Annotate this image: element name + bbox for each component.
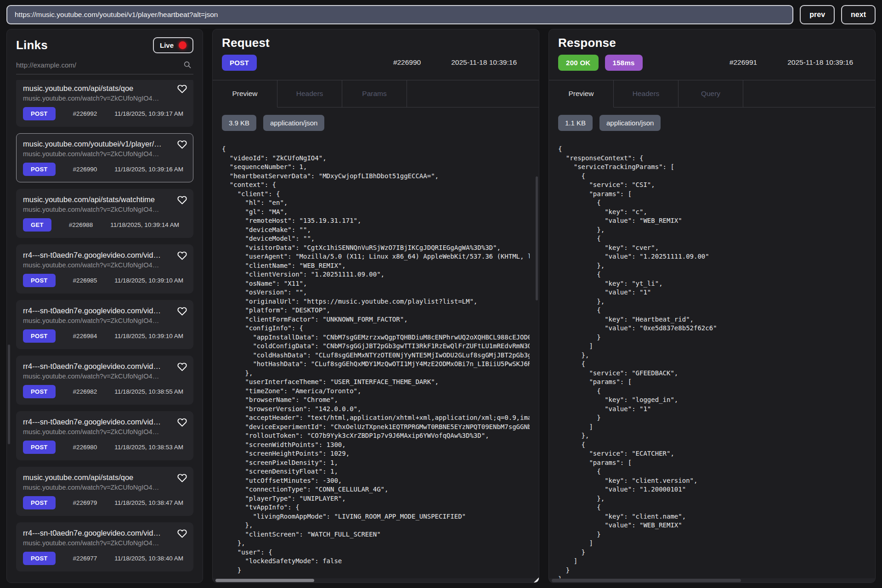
link-list-item[interactable]: music.youtube.com/api/stats/qoe music.yo… (16, 80, 193, 127)
tab-query[interactable]: Query (678, 80, 743, 107)
method-badge: POST (23, 552, 56, 565)
favorite-heart-icon[interactable] (177, 473, 187, 485)
request-vertical-scrollbar-thumb[interactable] (536, 176, 538, 300)
link-item-timestamp: 11/18/2025, 10:38:47 AM (114, 499, 183, 506)
method-badge: POST (23, 385, 56, 398)
method-badge: POST (23, 107, 56, 120)
favorite-heart-icon[interactable] (177, 306, 187, 318)
link-item-id: #226977 (73, 555, 97, 562)
link-list-item[interactable]: music.youtube.com/api/stats/watchtime mu… (16, 189, 193, 238)
response-status-badge: 200 OK (558, 55, 599, 71)
link-item-subtitle: music.youtube.com/watch?v=ZkCUfoNgIO4… (23, 317, 187, 324)
link-item-id: #226992 (73, 110, 97, 117)
url-input[interactable] (6, 5, 793, 24)
link-item-subtitle: music.youtube.com/watch?v=ZkCUfoNgIO4… (23, 206, 187, 213)
main-layout: Links Live music.youtube.com/api/stats/q… (0, 29, 882, 583)
prev-button[interactable]: prev (800, 5, 835, 24)
response-horizontal-scrollbar-thumb[interactable] (552, 579, 741, 582)
link-item-id: #226982 (73, 388, 97, 395)
top-bar: prev next (0, 0, 882, 29)
method-badge: POST (23, 441, 56, 454)
method-badge: POST (23, 274, 56, 287)
request-method-badge: POST (222, 55, 257, 71)
link-item-subtitle: music.youtube.com/watch?v=ZkCUfoNgIO4… (23, 484, 187, 491)
link-item-title: rr4---sn-t0aedn7e.googlevideo.com/vid… (23, 362, 187, 371)
method-badge: POST (23, 496, 56, 509)
link-item-subtitle: music.youtube.com/watch?v=ZkCUfoNgIO4… (23, 428, 187, 435)
link-item-timestamp: 11/18/2025, 10:38:53 AM (114, 444, 183, 451)
response-tabbar: PreviewHeadersQuery (549, 80, 875, 107)
link-item-title: rr4---sn-t0aedn7e.googlevideo.com/vid… (23, 418, 187, 426)
response-horizontal-scrollbar[interactable] (549, 578, 875, 582)
response-title: Response (558, 36, 866, 50)
method-badge: POST (23, 163, 56, 176)
link-item-id: #226990 (73, 166, 97, 173)
favorite-heart-icon[interactable] (177, 418, 187, 429)
response-content-type-chip: application/json (599, 115, 661, 131)
response-body-json[interactable]: { "responseContext": { "serviceTrackingP… (558, 145, 866, 582)
tab-headers[interactable]: Headers (277, 80, 342, 107)
link-item-title: music.youtube.com/api/stats/qoe (23, 84, 187, 93)
response-panel: Response 200 OK 158ms #226991 2025-11-18… (548, 29, 876, 583)
link-list-item[interactable]: rr4---sn-t0aedn7e.googlevideo.com/vid… m… (16, 244, 193, 294)
tab-preview[interactable]: Preview (549, 80, 614, 107)
request-panel: Request POST #226990 2025-11-18 10:39:16… (212, 29, 539, 583)
link-list-item[interactable]: rr4---sn-t0aedn7e.googlevideo.com/vid… m… (16, 300, 193, 349)
link-item-timestamp: 11/18/2025, 10:39:14 AM (110, 221, 179, 228)
tab-headers[interactable]: Headers (614, 80, 678, 107)
favorite-heart-icon[interactable] (177, 140, 187, 151)
link-item-subtitle: music.youtube.com/watch?v=ZkCUfoNgIO4… (23, 150, 187, 158)
live-toggle-button[interactable]: Live (153, 37, 193, 53)
response-id: #226991 (729, 58, 757, 67)
link-item-timestamp: 11/18/2025, 10:39:16 AM (114, 166, 183, 173)
resize-grip-icon[interactable] (534, 577, 539, 582)
favorite-heart-icon[interactable] (177, 84, 187, 96)
link-item-title: rr4---sn-t0aedn7e.googlevideo.com/vid… (23, 251, 187, 260)
request-title: Request (222, 36, 530, 50)
method-badge: GET (23, 218, 51, 232)
link-item-title: music.youtube.com/youtubei/v1/player/… (23, 140, 187, 148)
next-button[interactable]: next (841, 5, 876, 24)
request-horizontal-scrollbar-thumb[interactable] (215, 579, 314, 582)
link-item-title: music.youtube.com/api/stats/watchtime (23, 195, 187, 204)
link-item-subtitle: music.youtube.com/watch?v=ZkCUfoNgIO4… (23, 373, 187, 380)
request-content-type-chip: application/json (263, 115, 324, 131)
search-icon (183, 61, 192, 69)
favorite-heart-icon[interactable] (177, 251, 187, 262)
request-size-chip: 3.9 KB (222, 115, 256, 131)
links-scrollbar-thumb[interactable] (8, 345, 10, 444)
live-indicator-icon (179, 41, 187, 49)
link-item-timestamp: 11/18/2025, 10:39:10 AM (114, 333, 183, 339)
tabbar-filler (743, 80, 875, 107)
link-item-id: #226984 (73, 333, 97, 339)
favorite-heart-icon[interactable] (177, 195, 187, 207)
link-item-subtitle: music.youtube.com/watch?v=ZkCUfoNgIO4… (23, 539, 187, 547)
tab-params[interactable]: Params (342, 80, 407, 107)
link-item-timestamp: 11/18/2025, 10:39:10 AM (114, 277, 183, 284)
links-title: Links (16, 38, 48, 52)
links-search-row (16, 61, 193, 74)
response-duration-badge: 158ms (605, 55, 643, 71)
link-item-timestamp: 11/18/2025, 10:38:40 AM (114, 555, 183, 562)
request-body-json[interactable]: { "videoId": "ZkCUfoNgIO4", "sequenceNum… (222, 145, 530, 582)
link-item-timestamp: 11/18/2025, 10:39:17 AM (114, 110, 183, 117)
link-item-timestamp: 11/18/2025, 10:38:55 AM (114, 388, 183, 395)
request-id: #226990 (393, 58, 421, 67)
response-size-chip: 1.1 KB (558, 115, 593, 131)
link-list-item[interactable]: music.youtube.com/youtubei/v1/player/… m… (16, 133, 193, 182)
links-panel: Links Live music.youtube.com/api/stats/q… (6, 29, 203, 583)
link-list-item[interactable]: rr4---sn-t0aedn7e.googlevideo.com/vid… m… (16, 522, 193, 571)
links-search-input[interactable] (16, 61, 183, 69)
link-list-item[interactable]: rr4---sn-t0aedn7e.googlevideo.com/vid… m… (16, 356, 193, 405)
link-list-item[interactable]: rr4---sn-t0aedn7e.googlevideo.com/vid… m… (16, 411, 193, 460)
link-list-item[interactable]: music.youtube.com/api/stats/qoe music.yo… (16, 467, 193, 516)
live-label: Live (160, 41, 174, 49)
tab-preview[interactable]: Preview (213, 80, 277, 107)
link-item-id: #226985 (73, 277, 97, 284)
tabbar-filler (407, 80, 539, 107)
favorite-heart-icon[interactable] (177, 362, 187, 373)
request-horizontal-scrollbar[interactable] (213, 578, 539, 582)
link-item-id: #226980 (73, 444, 97, 451)
favorite-heart-icon[interactable] (177, 529, 187, 540)
links-list: music.youtube.com/api/stats/qoe music.yo… (16, 80, 193, 582)
